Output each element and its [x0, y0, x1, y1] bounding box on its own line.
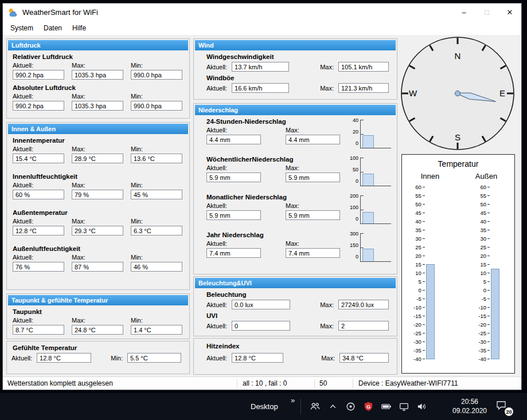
taupunkt-max-field[interactable]: 24.8 °C	[72, 325, 123, 335]
section-title: Gefühlte Temperatur	[13, 344, 189, 351]
windboe-max-field[interactable]: 121.3 km/h	[338, 83, 389, 93]
section-niederschlag-woche: WöchentlicherNiederschlag Aktuell:5.9 mm…	[194, 156, 397, 182]
abs-luftdruck-max-field[interactable]: 1035.3 hpa	[72, 101, 123, 111]
nieder-woche-aktuell-field[interactable]: 5.9 mm	[206, 172, 261, 182]
section-uvi: UVI Aktuell: 0 Max: 2	[194, 312, 397, 331]
windgeschwindigkeit-max-field[interactable]: 105.1 km/h	[338, 62, 389, 72]
people-icon[interactable]	[310, 401, 321, 412]
menu-system[interactable]: System	[5, 22, 38, 34]
volume-icon[interactable]	[416, 401, 427, 412]
status-counts: all : 10 , fail : 0	[243, 379, 287, 387]
uvi-aktuell-field[interactable]: 0	[232, 321, 290, 331]
label-aktuell: Aktuell:	[13, 182, 72, 189]
nieder-monat-aktuell-field[interactable]: 5.9 mm	[206, 210, 261, 220]
label-max: Max:	[320, 323, 334, 329]
section-title: Taupunkt	[13, 308, 189, 315]
hitzeindex-aktuell-field[interactable]: 12.8 °C	[232, 353, 283, 363]
wind-compass: N E S W	[399, 35, 517, 153]
label-min: Min:	[111, 355, 123, 362]
menu-hilfe[interactable]: Hilfe	[67, 22, 91, 34]
innenfeuchte-max-field[interactable]: 79 %	[72, 190, 123, 199]
nieder-jahr-aktuell-field[interactable]: 7.4 mm	[206, 248, 261, 258]
label-aktuell: Aktuell:	[206, 85, 227, 92]
main-content: Luftdruck Relativer Luftdruck Aktuell:99…	[3, 35, 521, 376]
label-min: Min:	[131, 146, 190, 152]
innentemp-max-field[interactable]: 28.9 °C	[72, 154, 123, 163]
aussenfeuchte-min-field[interactable]: 46 %	[131, 262, 182, 272]
innentemp-min-field[interactable]: 13.6 °C	[131, 154, 182, 163]
compass-south-label: S	[455, 132, 460, 142]
section-niederschlag-monat: Monatlicher Niederschlag Aktuell:5.9 mm …	[194, 194, 397, 220]
thermometer-aussen-bar	[491, 269, 499, 359]
label-max: Max:	[72, 254, 131, 261]
abs-luftdruck-aktuell-field[interactable]: 990.2 hpa	[13, 101, 64, 111]
group-taupunkt-header: Taupunkt & gefühlte Temperatur	[8, 295, 188, 305]
label-max: Max:	[321, 355, 335, 362]
taupunkt-min-field[interactable]: 1.4 °C	[131, 325, 182, 335]
beleuchtung-aktuell-field[interactable]: 0.0 lux	[232, 300, 290, 309]
abs-luftdruck-min-field[interactable]: 990.0 hpa	[131, 101, 182, 111]
toolbar-expand-icon[interactable]: »	[291, 396, 295, 405]
windboe-aktuell-field[interactable]: 16.6 km/h	[232, 83, 289, 93]
label-max: Max:	[320, 64, 334, 70]
taskbar-desktop-toolbar[interactable]: Desktop »	[251, 393, 306, 420]
taupunkt-aktuell-field[interactable]: 8.7 °C	[13, 325, 64, 335]
title-bar: WeatherSmart for WiFi – □ ✕	[3, 3, 521, 21]
rain-chart-week: 100500	[346, 158, 391, 186]
section-innentemperatur: Innentemperatur Aktuell:15.4 °C Max:28.9…	[7, 137, 189, 163]
maximize-button[interactable]: □	[475, 3, 498, 21]
group-innen-aussen-header: Innen & Außen	[8, 124, 188, 134]
taskbar-clock[interactable]: 20:56 09.02.2020	[445, 397, 494, 415]
thermometer-aussen-label: Außen	[458, 172, 514, 180]
beleuchtung-max-field[interactable]: 27249.0 lux	[338, 300, 389, 309]
taskbar: Desktop » G	[0, 393, 527, 420]
app-window: WeatherSmart for WiFi – □ ✕ System Daten…	[2, 3, 522, 390]
aussentemp-aktuell-field[interactable]: 12.8 °C	[13, 226, 64, 235]
group-niederschlag: Niederschlag 24-Stunden-Niederschlag Akt…	[193, 103, 397, 274]
gefuehlte-min-field[interactable]: 5.5 °C	[127, 353, 181, 363]
gefuehlte-aktuell-field[interactable]: 12.8 °C	[37, 353, 91, 363]
group-beleuchtung-header: Beleuchtung&UVI	[195, 278, 396, 288]
innenfeuchte-min-field[interactable]: 45 %	[131, 190, 182, 199]
battery-icon[interactable]	[381, 401, 392, 412]
aussentemp-min-field[interactable]: 6.3 °C	[131, 226, 182, 235]
section-absoluter-luftdruck: Absoluter Luftdruck Aktuell:990.2 hpa Ma…	[7, 84, 189, 111]
system-tray: G	[310, 393, 427, 420]
uvi-max-field[interactable]: 2	[338, 321, 389, 331]
aussenfeuchte-max-field[interactable]: 87 %	[72, 262, 123, 272]
status-extra: 50	[319, 379, 327, 387]
status-message: Wetterstation komplett ausgelesen	[7, 379, 113, 387]
compass-west-label: W	[409, 88, 417, 98]
section-title: Relativer Luftdruck	[13, 53, 189, 60]
innentemp-aktuell-field[interactable]: 15.4 °C	[13, 154, 64, 163]
aussenfeuchte-aktuell-field[interactable]: 76 %	[13, 262, 64, 272]
label-min: Min:	[131, 182, 190, 189]
rel-luftdruck-min-field[interactable]: 990.0 hpa	[131, 70, 182, 80]
minimize-button[interactable]: –	[452, 3, 475, 21]
nieder-24h-aktuell-field[interactable]: 4.4 mm	[206, 135, 261, 144]
nieder-woche-max-field[interactable]: 5.9 mm	[286, 172, 340, 182]
thermometer-innen: 605550454035302520151050-5-10-15-20-25-3…	[413, 183, 435, 363]
label-max: Max:	[320, 85, 334, 92]
display-icon[interactable]	[399, 401, 409, 412]
gdata-shield-icon[interactable]: G	[363, 401, 374, 412]
label-aktuell: Aktuell:	[13, 146, 72, 152]
nieder-monat-max-field[interactable]: 5.9 mm	[286, 210, 340, 220]
section-taupunkt: Taupunkt Aktuell:8.7 °C Max:24.8 °C Min:…	[7, 308, 189, 335]
menu-daten[interactable]: Daten	[38, 22, 67, 34]
rel-luftdruck-aktuell-field[interactable]: 990.2 hpa	[13, 70, 64, 80]
hitzeindex-max-field[interactable]: 34.8 °C	[339, 353, 389, 363]
aussentemp-max-field[interactable]: 29.3 °C	[72, 226, 123, 235]
label-max: Max:	[72, 62, 131, 69]
innenfeuchte-aktuell-field[interactable]: 60 %	[13, 190, 64, 199]
action-center-icon[interactable]: 20	[495, 399, 512, 413]
rel-luftdruck-max-field[interactable]: 1035.3 hpa	[72, 70, 123, 80]
window-controls: – □ ✕	[452, 3, 521, 21]
nieder-jahr-max-field[interactable]: 7.4 mm	[286, 248, 340, 258]
nieder-24h-max-field[interactable]: 4.4 mm	[286, 135, 340, 144]
record-icon[interactable]	[345, 401, 356, 412]
windgeschwindigkeit-aktuell-field[interactable]: 13.7 km/h	[232, 62, 289, 72]
close-button[interactable]: ✕	[498, 3, 521, 21]
thermometer-innen-label: Innen	[402, 172, 458, 180]
chevron-up-icon[interactable]	[327, 401, 338, 412]
